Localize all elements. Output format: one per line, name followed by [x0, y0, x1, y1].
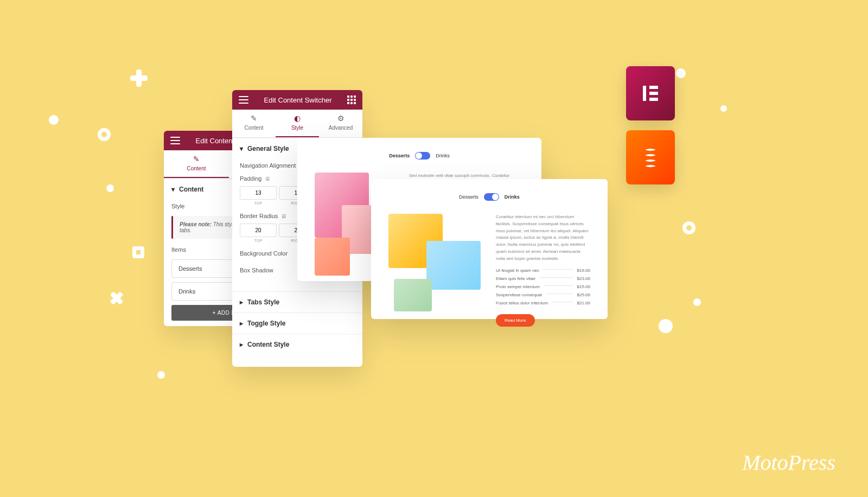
preview-text: Curabitur interdum mi nec orci bibendum …: [496, 214, 590, 263]
padding-top-input[interactable]: [240, 186, 277, 200]
style-label: Style: [171, 203, 184, 209]
svg-rect-1: [649, 86, 658, 89]
tab-advanced[interactable]: ⚙Advanced: [319, 110, 362, 137]
section-tabs-style[interactable]: ▸ Tabs Style: [232, 292, 362, 313]
tab-content[interactable]: ✎Content: [232, 110, 276, 137]
menu-icon[interactable]: [239, 96, 248, 104]
section-content-style[interactable]: ▸ Content Style: [232, 334, 362, 355]
border-radius-label: Border Radius: [240, 213, 278, 219]
svg-rect-0: [643, 86, 646, 101]
bg-color-label: Background Color: [240, 250, 288, 257]
content-toggle[interactable]: [484, 193, 499, 201]
svg-rect-3: [649, 98, 658, 101]
menu-icon[interactable]: [170, 137, 180, 144]
toggle-left-label: Desserts: [389, 153, 410, 158]
radius-top-input[interactable]: [240, 224, 277, 237]
box-shadow-label: Box Shadow: [240, 267, 273, 273]
price-list: Ut feugiat in quam nec$19.00 Etiam quis …: [496, 268, 590, 305]
tab-content[interactable]: ✎Content: [164, 150, 229, 178]
svg-rect-2: [649, 92, 658, 95]
padding-label: Padding: [240, 175, 261, 182]
tab-style[interactable]: ◐Style: [276, 110, 319, 137]
stratum-icon: [626, 130, 675, 184]
toggle-right-label: Drinks: [505, 194, 520, 200]
nav-align-label: Navigation Alignment: [240, 162, 296, 169]
toggle-left-label: Desserts: [459, 194, 478, 200]
content-toggle[interactable]: [415, 152, 430, 160]
panel-title: Edit Content Switcher: [264, 96, 331, 104]
preview-images: [388, 214, 481, 317]
preview-drinks: Desserts Drinks Curabitur interdum mi ne…: [371, 179, 608, 319]
motopress-logo: MotoPress: [742, 450, 835, 475]
toggle-right-label: Drinks: [436, 153, 450, 158]
responsive-icon[interactable]: 🖥: [265, 176, 270, 182]
responsive-icon[interactable]: 🖥: [281, 213, 286, 219]
items-label: Items: [171, 246, 186, 253]
grid-icon[interactable]: [347, 95, 356, 104]
section-toggle-style[interactable]: ▸ Toggle Style: [232, 313, 362, 334]
read-more-button[interactable]: Read More: [496, 314, 535, 327]
elementor-icon: [626, 66, 675, 120]
